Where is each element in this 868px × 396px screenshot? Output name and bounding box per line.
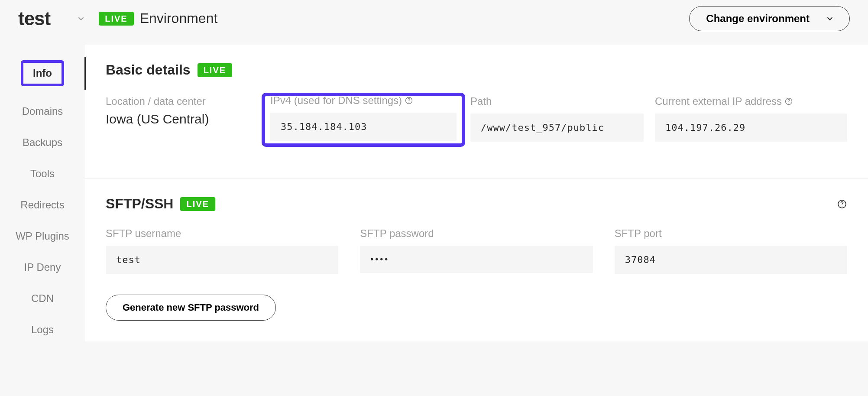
- content: Basic details LIVE Location / data cente…: [85, 37, 868, 341]
- external-ip-label-text: Current external IP address: [655, 95, 782, 107]
- field-label: Path: [470, 95, 644, 107]
- sidebar-item-tools[interactable]: Tools: [0, 164, 85, 183]
- field-label: SFTP password: [360, 227, 593, 240]
- help-icon[interactable]: [405, 96, 413, 105]
- field-label: SFTP username: [106, 227, 338, 240]
- sidebar-item-logs[interactable]: Logs: [0, 320, 85, 339]
- environment-label: Environment: [140, 10, 218, 26]
- site-name: test: [18, 8, 50, 29]
- sftp-port-value[interactable]: 37084: [615, 246, 847, 274]
- field-label: Location / data center: [106, 95, 262, 107]
- sftp-username-value[interactable]: test: [106, 246, 338, 274]
- section-header: Basic details LIVE: [106, 62, 847, 78]
- external-ip-field: Current external IP address 104.197.26.2…: [655, 95, 847, 142]
- sidebar-item-label: Backups: [23, 136, 62, 148]
- sidebar-item-label: Redirects: [20, 199, 64, 211]
- location-value: Iowa (US Central): [106, 112, 262, 127]
- sidebar-item-label: Tools: [30, 168, 55, 179]
- ipv4-value[interactable]: 35.184.184.103: [270, 113, 457, 141]
- sidebar-item-info[interactable]: Info: [0, 57, 85, 90]
- live-badge: LIVE: [180, 197, 215, 211]
- svg-point-3: [788, 103, 789, 104]
- field-label: SFTP port: [615, 227, 847, 240]
- sftp-password-field: SFTP password ••••: [360, 227, 593, 274]
- svg-point-5: [842, 206, 842, 206]
- button-label: Generate new SFTP password: [123, 302, 259, 313]
- ipv4-field: IPv4 (used for DNS settings) 35.184.184.…: [273, 95, 459, 145]
- field-label: Current external IP address: [655, 95, 847, 107]
- sftp-port-field: SFTP port 37084: [615, 227, 847, 274]
- sftp-grid: SFTP username test SFTP password •••• SF…: [106, 227, 847, 274]
- sidebar-item-label: WP Plugins: [16, 230, 69, 242]
- top-bar: test LIVE Environment Change environment: [0, 0, 868, 37]
- basic-details-section: Basic details LIVE Location / data cente…: [85, 45, 868, 178]
- help-icon[interactable]: [837, 199, 847, 209]
- sftp-password-value[interactable]: ••••: [360, 246, 593, 273]
- field-label: IPv4 (used for DNS settings): [270, 94, 457, 107]
- environment-indicator: LIVE Environment: [99, 10, 217, 26]
- change-environment-label: Change environment: [706, 13, 810, 25]
- live-badge: LIVE: [99, 12, 133, 26]
- sidebar-item-label: IP Deny: [24, 261, 61, 273]
- section-header: SFTP/SSH LIVE: [106, 196, 847, 212]
- sidebar-item-domains[interactable]: Domains: [0, 102, 85, 121]
- sidebar-item-label: Logs: [31, 324, 54, 335]
- live-badge: LIVE: [198, 63, 232, 77]
- sidebar-item-label: Domains: [22, 105, 63, 117]
- sftp-username-field: SFTP username test: [106, 227, 338, 274]
- main-layout: Info Domains Backups Tools Redirects WP …: [0, 37, 868, 396]
- sidebar-item-label: CDN: [31, 292, 54, 304]
- help-icon[interactable]: [784, 97, 793, 106]
- generate-sftp-password-button[interactable]: Generate new SFTP password: [106, 295, 276, 321]
- basic-details-grid: Location / data center Iowa (US Central)…: [106, 95, 847, 145]
- path-field: Path /www/test_957/public: [470, 95, 644, 142]
- change-environment-button[interactable]: Change environment: [689, 6, 850, 31]
- external-ip-value[interactable]: 104.197.26.29: [655, 114, 847, 142]
- sidebar-item-label: Info: [21, 60, 64, 86]
- section-title: SFTP/SSH: [106, 196, 173, 212]
- sidebar-item-wp-plugins[interactable]: WP Plugins: [0, 227, 85, 246]
- sftp-section: SFTP/SSH LIVE SFTP username test SFTP pa…: [85, 178, 868, 341]
- sidebar: Info Domains Backups Tools Redirects WP …: [0, 37, 85, 396]
- section-title: Basic details: [106, 62, 191, 78]
- ipv4-highlight-box: IPv4 (used for DNS settings) 35.184.184.…: [263, 94, 463, 145]
- sidebar-item-cdn[interactable]: CDN: [0, 289, 85, 308]
- chevron-down-icon: [825, 14, 835, 23]
- site-selector[interactable]: test: [18, 8, 86, 29]
- ipv4-label-text: IPv4 (used for DNS settings): [270, 94, 402, 107]
- location-field: Location / data center Iowa (US Central): [106, 95, 262, 127]
- sidebar-item-backups[interactable]: Backups: [0, 133, 85, 152]
- path-value[interactable]: /www/test_957/public: [470, 114, 644, 142]
- chevron-down-icon: [76, 14, 86, 23]
- active-marker: [84, 57, 86, 90]
- top-bar-left: test LIVE Environment: [18, 8, 217, 29]
- svg-point-1: [409, 102, 409, 103]
- sidebar-item-redirects[interactable]: Redirects: [0, 195, 85, 214]
- sidebar-item-ip-deny[interactable]: IP Deny: [0, 258, 85, 277]
